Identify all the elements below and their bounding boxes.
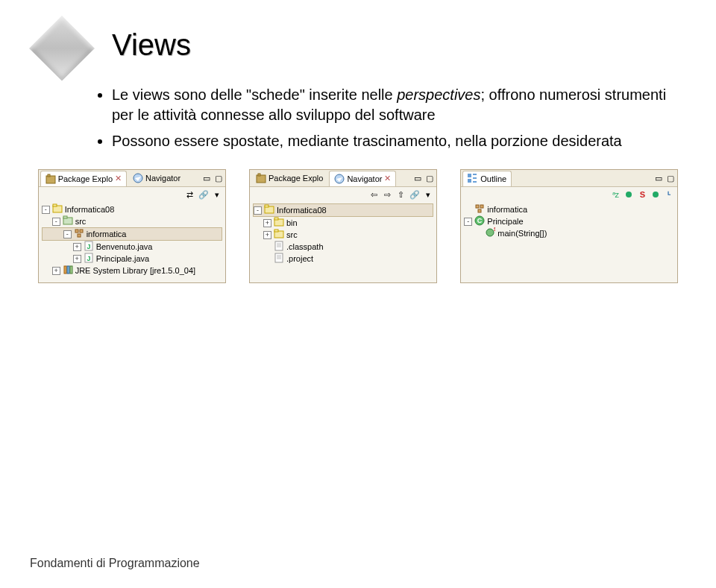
close-icon[interactable]: ✕	[384, 174, 391, 183]
tree-item-label: bin	[286, 218, 298, 227]
close-icon[interactable]: ✕	[115, 174, 122, 183]
svg-rect-25	[274, 230, 278, 232]
collapse-arrows-icon[interactable]: ⇄	[185, 189, 195, 200]
back-icon[interactable]: ⇦	[369, 189, 380, 200]
java-file-icon: J	[84, 241, 94, 253]
package-explorer-panel: Package Explo ✕ Navigator ▭ ▢ ⇄ 🔗 ▾ -Inf…	[38, 169, 226, 283]
tree-expander-icon[interactable]: -	[254, 206, 262, 215]
folder-icon	[274, 229, 284, 241]
tree-item[interactable]: +bin	[253, 217, 433, 229]
hide-nonpublic-icon[interactable]	[650, 189, 661, 200]
svg-rect-14	[64, 266, 66, 274]
tree-item[interactable]: .project	[253, 253, 433, 265]
file-icon	[274, 253, 284, 265]
tree-item-label: Informatica08	[277, 206, 327, 215]
tree-item[interactable]: -CPrincipale	[464, 215, 674, 227]
tree-navigator: -Informatica08+bin+src.classpath.project	[250, 202, 436, 271]
tree-item-label: .project	[286, 254, 313, 263]
navigator-icon	[334, 174, 345, 184]
tree-item[interactable]: Smain(String[])	[464, 227, 674, 239]
svg-rect-26	[275, 241, 283, 250]
tab-package-explorer[interactable]: Package Explo	[251, 171, 327, 186]
tab-label: Outline	[480, 174, 506, 183]
tree-item[interactable]: -Informatica08	[42, 203, 222, 215]
tree-item-label: src	[75, 217, 87, 226]
svg-rect-38	[473, 181, 477, 183]
tree-item[interactable]: informatica	[464, 203, 674, 215]
svg-point-44	[486, 229, 494, 236]
tab-label: Navigator	[347, 174, 382, 183]
minimize-icon[interactable]: ▭	[653, 173, 664, 183]
tree-expander-icon[interactable]: +	[263, 231, 271, 239]
outline-toolbar: ᵃz S ᴸ	[461, 187, 677, 202]
maximize-icon[interactable]: ▢	[665, 173, 676, 183]
svg-rect-41	[478, 209, 481, 212]
tree-expander-icon[interactable]: -	[63, 230, 72, 238]
svg-rect-8	[80, 230, 83, 233]
svg-rect-16	[70, 266, 72, 274]
tree-item-label: main(String[])	[497, 229, 547, 238]
tree-item-label: Principale	[487, 217, 523, 226]
tree-item[interactable]: +JRE System Library [jre1.5.0_04]	[42, 265, 222, 276]
hide-local-icon[interactable]: ᴸ	[664, 189, 674, 200]
package-icon	[474, 203, 485, 215]
bullet-item: Possono essere spostate, mediante trasci…	[112, 131, 686, 151]
up-icon[interactable]: ⇧	[396, 189, 406, 200]
view-toolbar: ⇄ 🔗 ▾	[39, 187, 225, 202]
tree-item-label: Principale.java	[96, 254, 150, 263]
svg-text:C: C	[477, 217, 483, 224]
tree-expander-icon[interactable]: +	[52, 267, 60, 275]
tree-item[interactable]: +src	[253, 229, 433, 241]
svg-rect-4	[53, 204, 57, 206]
tab-outline[interactable]: Outline	[462, 171, 512, 186]
tab-navigator[interactable]: Navigator ✕	[329, 171, 396, 186]
tree-item-label: Informatica08	[65, 205, 115, 214]
tree-item[interactable]: -informatica	[42, 227, 222, 241]
view-menu-icon[interactable]: ▾	[212, 189, 222, 200]
tree-expander-icon[interactable]: +	[73, 255, 81, 263]
slide-title: Views	[112, 28, 191, 62]
tree-item[interactable]: +JBenvenuto.java	[42, 241, 222, 253]
maximize-icon[interactable]: ▢	[213, 173, 224, 183]
svg-rect-9	[78, 234, 81, 237]
tab-navigator[interactable]: Navigator	[128, 171, 185, 186]
view-menu-icon[interactable]: ▾	[423, 189, 433, 200]
tree-expander-icon[interactable]: -	[464, 218, 472, 226]
tree-package-explorer: -Informatica08-src-informatica+JBenvenut…	[39, 202, 225, 282]
svg-text:J: J	[87, 243, 90, 250]
bullet-text-emph: perspectives	[397, 86, 480, 103]
tree-item[interactable]: .classpath	[253, 241, 433, 253]
hide-static-icon[interactable]: S	[637, 189, 647, 200]
tree-item[interactable]: -src	[42, 215, 222, 227]
tree-expander-icon[interactable]: +	[263, 219, 271, 227]
link-editor-icon[interactable]: 🔗	[198, 189, 209, 200]
hide-fields-icon[interactable]	[624, 189, 634, 200]
maximize-icon[interactable]: ▢	[424, 173, 435, 183]
sort-az-icon[interactable]: ᵃz	[610, 189, 621, 200]
tree-item-label: .classpath	[286, 242, 324, 251]
bullet-text: Possono essere spostate, mediante trasci…	[112, 133, 622, 149]
tab-bar: Package Explo Navigator ✕ ▭ ▢	[250, 170, 436, 187]
tree-item[interactable]: +JPrincipale.java	[42, 253, 222, 265]
bullet-list: Le views sono delle "schede" inserite ne…	[112, 85, 686, 151]
svg-rect-1	[48, 174, 50, 177]
tree-expander-icon[interactable]: +	[73, 243, 81, 251]
link-editor-icon[interactable]: 🔗	[409, 189, 420, 200]
tree-expander-icon[interactable]: -	[42, 206, 50, 214]
svg-rect-36	[468, 179, 471, 183]
outline-icon	[468, 174, 478, 184]
view-toolbar: ⇦ ⇨ ⇧ 🔗 ▾	[250, 187, 436, 202]
tree-item[interactable]: -Informatica08	[253, 203, 433, 217]
bullet-text: Le views sono delle "schede" inserite ne…	[112, 86, 397, 103]
minimize-icon[interactable]: ▭	[201, 173, 212, 183]
tab-package-explorer[interactable]: Package Explo ✕	[40, 171, 127, 186]
src-folder-icon	[63, 215, 73, 227]
minimize-icon[interactable]: ▭	[412, 173, 423, 183]
svg-text:J: J	[87, 255, 90, 262]
forward-icon[interactable]: ⇨	[383, 189, 393, 200]
file-icon	[274, 241, 284, 253]
tab-label: Package Explo	[58, 174, 113, 183]
package-explorer-icon	[45, 174, 56, 184]
tree-expander-icon[interactable]: -	[52, 218, 60, 226]
method-static-icon: S	[485, 227, 495, 239]
